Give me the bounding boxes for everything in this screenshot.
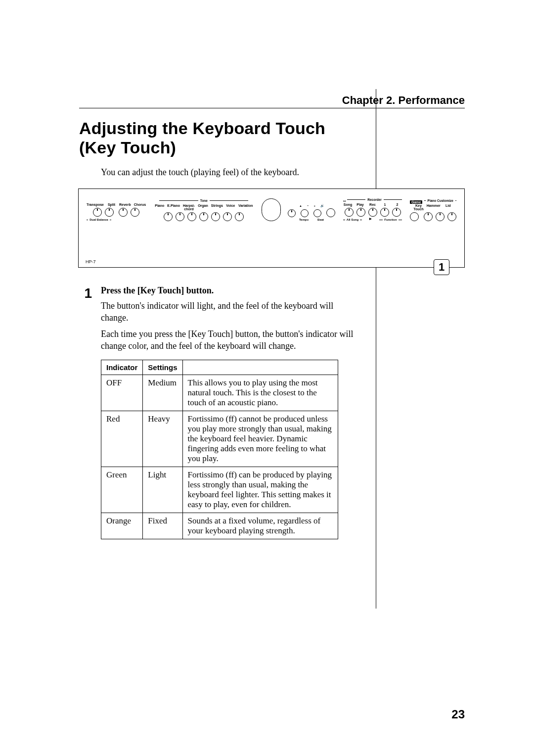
display-icon — [262, 198, 281, 221]
btn-label-track1: 1 — [380, 203, 390, 206]
split-button-icon — [105, 208, 114, 217]
step-paragraph-2: Each time you press the [Key Touch] butt… — [101, 328, 361, 352]
variation-button-icon — [235, 212, 244, 221]
tone-button-group: Tone Piano E.Piano Harpsi- chord Organ S… — [155, 199, 253, 221]
minus-label: − — [307, 204, 309, 207]
btn-label-reverb: Reverb — [119, 203, 131, 206]
chorus-button-icon — [131, 208, 139, 217]
btn-label-track2: 2 — [393, 203, 402, 206]
btn-label-rec: Rec — [368, 203, 377, 206]
cell-indicator: Red — [101, 411, 143, 467]
tempo-label: Tempo — [299, 218, 309, 221]
table-row: OFF Medium This allows you to play using… — [101, 375, 338, 411]
piano-button-icon — [164, 212, 173, 221]
harpsichord-button-icon — [187, 212, 196, 221]
game-label: Game — [410, 200, 422, 204]
beat-label: Beat — [317, 218, 324, 221]
track1-button-icon — [380, 208, 389, 217]
cell-indicator: Green — [101, 467, 143, 513]
cell-description: Fortissimo (ff) cannot be produced unles… — [182, 411, 338, 467]
step-title: Press the [Key Touch] button. — [101, 285, 361, 296]
btn-label-organ: Organ — [198, 204, 208, 211]
model-label: HP-7 — [86, 259, 96, 264]
disk-icon: ▭ — [343, 199, 346, 202]
plus-label: + — [313, 204, 315, 207]
piano-customize-label: Piano Customize — [428, 199, 453, 202]
lid-button-icon — [447, 212, 456, 221]
transpose-button-icon — [93, 208, 102, 217]
dual-balance-label: Dual Balance — [89, 218, 108, 221]
table-row: Orange Fixed Sounds at a fixed volume, r… — [101, 513, 338, 539]
btn-label-epiano: E.Piano — [167, 204, 180, 211]
step-number: 1 — [79, 285, 92, 539]
btn-label-chorus: Chorus — [134, 203, 146, 206]
cell-description: Fortissimo (ff) can be produced by playi… — [182, 467, 338, 513]
epiano-button-icon — [176, 212, 184, 221]
margin-column — [376, 89, 465, 609]
section-title: Adjusting the Keyboard Touch (Key Touch) — [79, 119, 361, 157]
th-description — [182, 360, 338, 375]
speaker-icon: 🔊 — [320, 204, 324, 207]
cell-indicator: Orange — [101, 513, 143, 539]
metronome-button-icon — [288, 209, 296, 217]
all-song-label: All Song — [347, 218, 358, 221]
btn-label-play: Play — [356, 203, 365, 206]
cell-description: Sounds at a fixed volume, regardless of … — [182, 513, 338, 539]
main-column: Adjusting the Keyboard Touch (Key Touch)… — [79, 89, 376, 609]
page-number: 23 — [451, 708, 465, 721]
keytouch-button-icon — [424, 212, 433, 221]
th-settings: Settings — [143, 360, 182, 375]
callout-number: 1 — [434, 259, 449, 275]
voice-button-icon — [223, 212, 232, 221]
cell-setting: Fixed — [143, 513, 182, 539]
step-paragraph-1: The button's indicator will light, and t… — [101, 300, 361, 324]
step-1: 1 Press the [Key Touch] button. The butt… — [79, 285, 361, 539]
btn-label-piano: Piano — [155, 204, 164, 211]
left-button-group: Transpose Split Reverb Chorus Du — [87, 203, 146, 221]
cell-setting: Light — [143, 467, 182, 513]
piano-customize-group: Game Piano Customize Key Touch Hammer Li… — [410, 199, 456, 221]
recorder-group-label: Recorder — [367, 198, 382, 201]
beat-button-icon — [326, 208, 335, 217]
play-button-icon — [356, 208, 365, 217]
cell-description: This allows you to play using the most n… — [182, 375, 338, 411]
table-row: Green Light Fortissimo (ff) can be produ… — [101, 467, 338, 513]
btn-label-split: Split — [107, 203, 116, 206]
game-button-icon — [410, 212, 419, 221]
tempo-beat-group: ▲ − + 🔊 Tempo Bea — [288, 204, 335, 221]
function-label: Function — [384, 218, 397, 221]
track2-button-icon — [392, 208, 401, 217]
btn-label-lid: Lid — [444, 204, 453, 211]
song-button-icon — [345, 208, 354, 217]
tempo-down-button-icon — [301, 209, 309, 217]
rec-button-icon — [368, 208, 377, 217]
page: Chapter 2. Performance Adjusting the Key… — [0, 0, 534, 756]
organ-button-icon — [199, 212, 208, 221]
cell-indicator: OFF — [101, 375, 143, 411]
metronome-icon: ▲ — [299, 204, 302, 207]
btn-label-voice: Voice — [226, 204, 235, 211]
hammer-button-icon — [436, 212, 445, 221]
btn-label-hammer: Hammer — [427, 204, 441, 211]
recorder-button-group: ▭ Recorder Song Play Rec 1 2 — [343, 198, 402, 221]
control-panel-diagram: Transpose Split Reverb Chorus Du — [78, 189, 465, 268]
cell-setting: Medium — [143, 375, 182, 411]
table-row: Red Heavy Fortissimo (ff) cannot be prod… — [101, 411, 338, 467]
th-indicator: Indicator — [101, 360, 143, 375]
btn-label-song: Song — [343, 203, 353, 206]
intro-text: You can adjust the touch (playing feel) … — [101, 167, 361, 178]
strings-button-icon — [211, 212, 220, 221]
play-triangle-icon: ▶ — [369, 217, 372, 221]
chapter-heading: Chapter 2. Performance — [342, 94, 465, 107]
tempo-up-button-icon — [313, 209, 321, 217]
header-rule — [79, 108, 465, 108]
btn-label-harpsichord: Harpsi- chord — [183, 204, 195, 211]
btn-label-variation: Variation — [238, 204, 253, 211]
cell-setting: Heavy — [143, 411, 182, 467]
btn-label-keytouch: Key Touch — [413, 204, 423, 211]
btn-label-transpose: Transpose — [87, 203, 104, 206]
settings-table: Indicator Settings OFF Medium This allow… — [101, 360, 338, 539]
reverb-button-icon — [119, 208, 128, 217]
btn-label-strings: Strings — [211, 204, 223, 211]
tone-group-label: Tone — [200, 199, 208, 202]
